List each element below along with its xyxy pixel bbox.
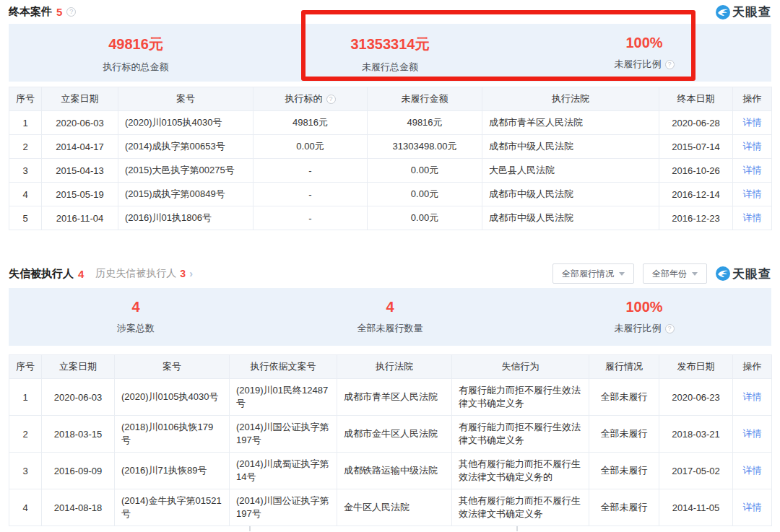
table-cell: 成都市青羊区人民法院 <box>482 111 659 135</box>
table-cell: 2016-09-09 <box>42 453 115 489</box>
stat-label: 全部未履行数量 <box>358 322 423 335</box>
table-cell: 2014-04-17 <box>42 135 118 159</box>
section2-count: 4 <box>78 268 84 280</box>
tianyancha-logo-text: 天眼查 <box>732 266 771 282</box>
dropdown-label: 全部年份 <box>652 268 687 280</box>
table-row: 22018-03-15(2018)川0106执恢179号(2014)川国公证执字… <box>9 416 772 453</box>
column-header: 执行法院 <box>482 87 659 111</box>
table-cell: 金牛区人民法院 <box>337 489 452 526</box>
help-icon[interactable]: ? <box>665 60 675 69</box>
detail-link[interactable]: 详情 <box>743 465 762 476</box>
detail-link[interactable]: 详情 <box>743 502 762 513</box>
table-cell: 有履行能力而拒不履行生效法律文书确定义务 <box>452 416 589 453</box>
tianyancha-logo-icon <box>716 266 730 281</box>
stat-label: 执行标的总金额 <box>103 61 169 74</box>
detail-link[interactable]: 详情 <box>743 165 762 175</box>
detail-link[interactable]: 详情 <box>743 188 762 199</box>
table-cell: 成都市中级人民法院 <box>482 183 659 206</box>
table-cell: (2019)川01民终12487号 <box>230 379 337 416</box>
column-header-label: 执行法院 <box>376 360 413 373</box>
table-cell: 详情 <box>733 489 772 526</box>
detail-link[interactable]: 详情 <box>743 391 762 402</box>
table-cell: 大邑县人民法院 <box>482 159 659 183</box>
table-cell: 4 <box>9 183 42 206</box>
table-cell: 2016-12-23 <box>659 206 733 230</box>
table-cell: 1 <box>9 379 42 416</box>
stat-total-target-amount: 49816元 执行标的总金额 <box>9 24 263 82</box>
table-cell: 2 <box>9 416 42 453</box>
table-cell: 2015-04-13 <box>42 159 118 183</box>
column-header: 序号 <box>9 87 42 111</box>
table-cell: (2016)川01执1806号 <box>118 206 254 230</box>
divider <box>516 526 518 531</box>
table-cell: 0.00元 <box>368 159 482 183</box>
column-header: 发布日期 <box>659 355 733 379</box>
section1-count: 5 <box>56 6 62 18</box>
table-cell: 成都市中级人民法院 <box>482 206 659 230</box>
table-cell: 0.00元 <box>368 206 482 230</box>
column-header: 序号 <box>9 355 42 379</box>
table-cell: (2014)金牛执字第01521号 <box>115 489 230 526</box>
column-header: 案号 <box>118 87 254 111</box>
table-cell: 3 <box>9 159 42 183</box>
detail-link[interactable]: 详情 <box>743 212 762 223</box>
table-row: 12020-06-03(2020)川0105执4030号(2019)川01民终1… <box>9 379 772 416</box>
column-header: 立案日期 <box>42 355 115 379</box>
table-cell: 全部未履行 <box>589 379 659 416</box>
section2-stats-panel: 4 涉案总数 4 全部未履行数量 100% 未履行比例 ? <box>9 288 771 346</box>
table-row: 52016-11-04(2016)川01执1806号-0.00元成都市中级人民法… <box>9 206 772 230</box>
table-cell: 详情 <box>733 135 772 159</box>
table-cell: 成都市青羊区人民法院 <box>337 379 452 416</box>
table-cell: (2014)成执字第00653号 <box>118 135 254 159</box>
table-cell: 2015-07-14 <box>659 135 733 159</box>
tianyancha-logo[interactable]: 天眼查 <box>716 4 771 20</box>
page: 终本案件 5 ? 天眼查 49816元 执行标的总金额 31353314元 未履… <box>0 0 780 532</box>
table-cell: 详情 <box>733 416 772 453</box>
table-cell: 全部未履行 <box>589 489 659 526</box>
section1-title: 终本案件 <box>9 5 52 19</box>
table-row: 12020-06-03(2020)川0105执4030号49816元49816元… <box>9 111 772 135</box>
help-icon[interactable]: ? <box>66 7 76 17</box>
table-cell: 0.00元 <box>368 183 482 206</box>
stat-value: 4 <box>9 299 263 315</box>
column-header: 执行法院 <box>337 355 452 379</box>
column-header-label: 履行情况 <box>605 360 643 373</box>
history-dishonest-link[interactable]: 历史失信被执行人 3 › <box>95 267 192 280</box>
table-row: 42014-08-18(2014)金牛执字第01521号(2014)川国公证执字… <box>9 489 772 526</box>
caret-down-icon <box>619 272 625 276</box>
detail-link[interactable]: 详情 <box>743 428 762 439</box>
help-icon[interactable]: ? <box>665 324 675 333</box>
table-cell: 49816元 <box>254 111 368 135</box>
filters: 全部履行情况 全部年份 天眼查 <box>552 263 771 284</box>
table-cell: 2017-05-02 <box>659 453 733 489</box>
table-cell: - <box>254 159 368 183</box>
stat-value: 100% <box>517 35 771 51</box>
column-header-label: 终本日期 <box>677 92 715 105</box>
table-cell: 2020-06-03 <box>42 111 118 135</box>
table-cell: 2014-08-18 <box>42 489 115 526</box>
fulfillment-status-filter[interactable]: 全部履行情况 <box>552 263 634 284</box>
table-cell: 1 <box>9 111 42 135</box>
table-row: 32016-09-09(2016)川71执恢89号(2014)川成蜀证执字第14… <box>9 453 772 489</box>
stat-label: 未履行比例 <box>615 58 662 71</box>
table-cell: (2016)川71执恢89号 <box>115 453 230 489</box>
help-icon[interactable]: ? <box>326 95 336 104</box>
year-filter[interactable]: 全部年份 <box>643 263 707 284</box>
column-header-label: 失信行为 <box>502 360 540 373</box>
table-cell: 49816元 <box>368 111 482 135</box>
table-row: 32015-04-13(2015)大邑执字第00275号-0.00元大邑县人民法… <box>9 159 772 183</box>
table-cell: (2014)川国公证执字第197号 <box>230 489 337 526</box>
column-header: 执行标的? <box>254 87 368 111</box>
stat-value: 49816元 <box>9 35 263 54</box>
stat-total-cases: 4 涉案总数 <box>9 288 263 346</box>
tianyancha-logo[interactable]: 天眼查 <box>716 266 771 282</box>
final-cases-table: 序号立案日期案号执行标的?未履行金额执行法院终本日期操作 12020-06-03… <box>9 87 772 230</box>
detail-link[interactable]: 详情 <box>743 141 762 152</box>
table-cell: (2020)川0105执4030号 <box>118 111 254 135</box>
table-cell: 2020-06-03 <box>42 379 115 416</box>
column-header-label: 案号 <box>162 360 181 373</box>
history-link-label: 历史失信被执行人 <box>95 267 176 280</box>
detail-link[interactable]: 详情 <box>743 117 762 128</box>
column-header: 终本日期 <box>659 87 733 111</box>
dropdown-label: 全部履行情况 <box>562 268 614 280</box>
